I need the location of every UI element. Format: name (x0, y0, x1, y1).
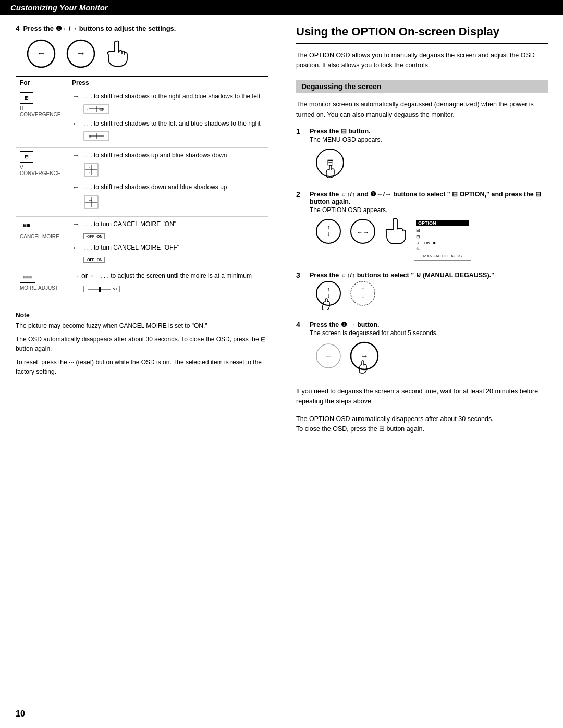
svg-text:·III·: ·III· (99, 108, 104, 112)
svg-text:↑: ↑ (327, 286, 330, 293)
moire-label: CANCEL MOIRE (20, 233, 59, 239)
v-convergence-label: V CONVERGENCE (20, 165, 64, 176)
for-cell-moire-adj: ⊞⊞⊞ MOIRE ADJUST (16, 268, 68, 298)
svg-text:←: ← (36, 48, 46, 58)
step2-num: 2 (296, 190, 305, 199)
moire-adj-press: → or ← . . . to adjust the screen until … (72, 272, 264, 280)
step2-content: Press the ☼↕/↑ and ❶←/→ buttons to selec… (310, 190, 548, 266)
left-column: 4 Press the ❶←/→ buttons to adjust the s… (0, 15, 282, 728)
step1-content: Press the ⊟ button. The MENU OSD appears… (310, 127, 548, 185)
step4-text: 4 Press the ❶←/→ buttons to adjust the s… (16, 24, 176, 32)
step3-action: Press the ☼↕/↑ buttons to select " ⊍ (MA… (310, 271, 548, 279)
moire-on-text: . . . to turn CANCEL MOIRE "ON" (83, 220, 176, 229)
osd-manual-degauss-label: MANUAL DEGAUSS (416, 252, 469, 258)
step1-button-icon: ⊟ (315, 147, 345, 180)
v-conv-press-up: → . . . to shift red shadows up and blue… (72, 151, 264, 160)
note-para-1: The picture may become fuzzy when CANCEL… (16, 321, 268, 330)
step2-leftright-icon: ←→ (349, 218, 376, 245)
moire-adj-icon: ⊞⊞⊞ (20, 272, 35, 283)
option-osd-box: OPTION ⊞ ⊟ ⊍ ON ■ (414, 218, 471, 261)
note-para-2: The OSD automatically disappears after a… (16, 335, 268, 353)
right-arrow-2: → (72, 151, 80, 159)
step4-illustration: ← → (310, 341, 548, 376)
h-conv-right-icon: · ·III· (83, 104, 109, 114)
table-row: ⊞ H CONVERGENCE → . . . to shift red sha… (16, 89, 268, 148)
svg-text:→: → (360, 352, 369, 361)
svg-text:↑: ↑ (327, 224, 330, 231)
step4-right-icon: → (349, 341, 380, 376)
step1-sub: The MENU OSD appears. (310, 136, 548, 143)
moire-on-toggle: ·OFF ·ON (83, 233, 105, 239)
content-area: 4 Press the ❶←/→ buttons to adjust the s… (0, 15, 563, 728)
osd-row-3: ⊍ ON ■ (416, 240, 469, 245)
step3-content: Press the ☼↕/↑ buttons to select " ⊍ (MA… (310, 271, 548, 315)
slider-track (88, 289, 111, 290)
table-row: ⊞⊞⊞ MOIRE ADJUST → or ← . . . to adjust … (16, 268, 268, 298)
step2-updown-icon: ↑ ↓ (315, 218, 342, 245)
both-arrows: → or ← (72, 272, 97, 280)
degauss-footer-2: The OPTION OSD automatically disappears … (296, 414, 548, 435)
svg-text:═: ═ (89, 199, 92, 202)
svg-text:·: · (89, 171, 90, 175)
h-convergence-icon: ⊞ (20, 92, 33, 104)
step1-num: 1 (296, 127, 305, 135)
step3-down-icon: ↑ ↓ (315, 280, 342, 310)
table-row: ⊟ V CONVERGENCE → . . . to shift red sha… (16, 147, 268, 217)
step4-row: 4 Press the ❶ → button. The screen is de… (296, 320, 548, 381)
step3-up-icon: ↑ ↓ (349, 280, 376, 310)
step4-content: Press the ❶ → button. The screen is dega… (310, 320, 548, 381)
svg-text:↑: ↑ (361, 286, 364, 293)
svg-text:·: · (87, 108, 88, 112)
svg-text:←→: ←→ (357, 229, 369, 236)
press-cell-moire: → . . . to turn CANCEL MOIRE "ON" ·OFF ·… (68, 217, 268, 268)
degauss-intro: The monitor screen is automatically dega… (296, 100, 548, 120)
h-conv-icon-cell: ⊞ H CONVERGENCE (20, 92, 64, 117)
step2-action: Press the ☼↕/↑ and ❶←/→ buttons to selec… (310, 190, 548, 205)
note-para-3: To reset, press the ··· (reset) button w… (16, 357, 268, 376)
step4-sub: The screen is degaussed for about 5 seco… (310, 329, 548, 337)
settings-table: For Press ⊞ H CONVERGENCE (16, 76, 268, 298)
press-cell-moire-adj: → or ← . . . to adjust the screen until … (68, 268, 268, 298)
for-cell-h-conv: ⊞ H CONVERGENCE (16, 89, 68, 148)
for-cell-moire: ⊞⊞ CANCEL MOIRE (16, 217, 68, 268)
right-column: Using the OPTION On-screen Display The O… (282, 15, 563, 728)
press-cell-h-conv: → . . . to shift red shadows to the righ… (68, 89, 268, 148)
osd-title: OPTION (416, 220, 469, 226)
step2-illustration: ↑ ↓ ←→ OPTI (310, 218, 548, 261)
osd-row-2: ⊟ (416, 234, 469, 239)
button-illustration: ← → (16, 39, 268, 69)
right-arrow-button-icon: → (66, 39, 96, 69)
moire-adj-label: MOIRE ADJUST (20, 285, 58, 291)
note-title: Note (16, 312, 268, 319)
degauss-footer-1: If you need to degauss the screen a seco… (296, 387, 548, 407)
svg-text:←: ← (325, 352, 332, 361)
table-header-for: For (16, 77, 68, 89)
moire-press-off: ← . . . to turn CANCEL MOIRE "OFF" (72, 243, 264, 252)
left-arrow-2: ← (72, 183, 80, 191)
moire-icon: ⊞⊞ (20, 220, 33, 231)
step4-num: 4 (296, 320, 305, 329)
header-bar: Customizing Your Monitor (0, 0, 563, 15)
press-cell-v-conv: → . . . to shift red shadows up and blue… (68, 147, 268, 217)
note-section: Note The picture may become fuzzy when C… (16, 307, 268, 376)
left-arrow-button-icon: ← (26, 39, 56, 69)
step4-heading: 4 Press the ❶←/→ buttons to adjust the s… (16, 24, 268, 32)
v-conv-press-down: ← . . . to shift red shadows down and bl… (72, 183, 264, 192)
step1-illustration: ⊟ (310, 147, 548, 180)
step1-row: 1 Press the ⊟ button. The MENU OSD appea… (296, 127, 548, 185)
v-conv-up-icon: · · (83, 163, 99, 177)
step2-row: 2 Press the ☼↕/↑ and ❶←/→ buttons to sel… (296, 190, 548, 266)
svg-text:·: · (89, 166, 90, 169)
page-number: 10 (16, 709, 25, 719)
moire-press-on: → . . . to turn CANCEL MOIRE "ON" (72, 220, 264, 229)
right-arrow: → (72, 92, 80, 101)
h-convergence-label: H CONVERGENCE (20, 106, 64, 117)
svg-text:↓: ↓ (327, 292, 330, 300)
left-arrow: ← (72, 119, 80, 128)
table-row: ⊞⊞ CANCEL MOIRE → . . . to turn CANCEL M… (16, 217, 268, 268)
moire-adj-icon-cell: ⊞⊞⊞ MOIRE ADJUST (20, 272, 64, 291)
right-arrow-3: → (72, 220, 80, 228)
step4-action: Press the ❶ → button. (310, 320, 548, 328)
page: Customizing Your Monitor 4 Press the ❶←/… (0, 0, 563, 728)
svg-text:·III·: ·III· (88, 135, 93, 139)
